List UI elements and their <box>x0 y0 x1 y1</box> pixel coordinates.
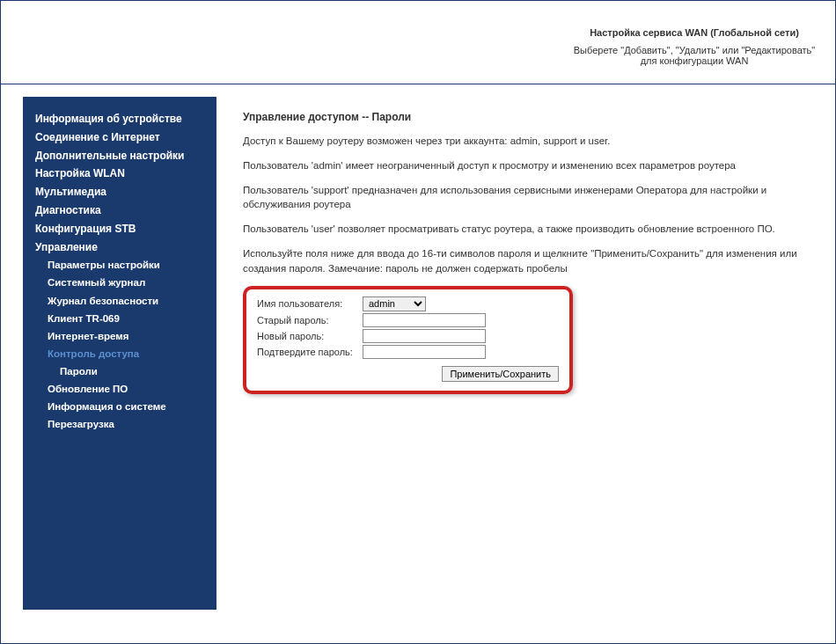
nav-system-info[interactable]: Информация о системе <box>23 398 216 415</box>
password-form: Имя пользователя: admin Старый пароль: Н… <box>243 286 573 394</box>
nav-system-log[interactable]: Системный журнал <box>23 274 216 291</box>
wan-desc: Выберете "Добавить", "Удалить" или "Реда… <box>571 45 818 66</box>
nav-diagnostics[interactable]: Диагностика <box>23 201 216 220</box>
nav-access-control[interactable]: Контроль доступа <box>23 345 216 362</box>
nav-advanced-settings[interactable]: Дополнительные настройки <box>23 147 216 165</box>
apply-save-button[interactable]: Применить/Сохранить <box>442 366 559 382</box>
desc-accounts: Доступ к Вашему роутеру возможен через т… <box>243 134 818 148</box>
username-label: Имя пользователя: <box>257 298 363 309</box>
header-wan-panel: Настройка сервиса WAN (Глобальной сети) … <box>571 27 818 66</box>
nav-wlan-setup[interactable]: Настройка WLAN <box>23 165 216 183</box>
old-password-label: Старый пароль: <box>257 315 363 326</box>
nav-security-log[interactable]: Журнал безопасности <box>23 292 216 310</box>
nav-internet-connection[interactable]: Соединение с Интернет <box>23 128 216 147</box>
wan-title: Настройка сервиса WAN (Глобальной сети) <box>571 27 818 38</box>
desc-user: Пользователь 'user' позволяет просматрив… <box>243 222 818 236</box>
sidebar: Информация об устройстве Соединение с Ин… <box>23 97 216 610</box>
new-password-label: Новый пароль: <box>257 331 363 341</box>
nav-tr069-client[interactable]: Клиент TR-069 <box>23 310 216 327</box>
header: Настройка сервиса WAN (Глобальной сети) … <box>1 1 835 84</box>
username-select[interactable]: admin <box>363 296 426 311</box>
desc-instructions: Используйте поля ниже для ввода до 16-ти… <box>243 246 818 274</box>
nav-settings-params[interactable]: Параметры настройки <box>23 256 216 274</box>
nav-firmware-update[interactable]: Обновление ПО <box>23 380 216 398</box>
nav-reboot[interactable]: Перезагрузка <box>23 415 216 433</box>
nav-internet-time[interactable]: Интернет-время <box>23 327 216 345</box>
old-password-input[interactable] <box>363 313 486 327</box>
main-content: Управление доступом -- Пароли Доступ к В… <box>216 93 835 643</box>
nav-passwords[interactable]: Пароли <box>23 362 216 380</box>
nav-stb-config[interactable]: Конфигурация STB <box>23 220 216 238</box>
desc-admin: Пользователь 'admin' имеет неограниченны… <box>243 158 818 172</box>
confirm-password-input[interactable] <box>363 345 486 359</box>
nav-multimedia[interactable]: Мультимедиа <box>23 183 216 201</box>
desc-support: Пользователь 'support' предназначен для … <box>243 183 818 211</box>
new-password-input[interactable] <box>363 329 486 343</box>
nav-device-info[interactable]: Информация об устройстве <box>23 110 216 128</box>
nav-management[interactable]: Управление <box>23 238 216 257</box>
page-title: Управление доступом -- Пароли <box>243 111 818 123</box>
confirm-password-label: Подтвердите пароль: <box>257 347 363 357</box>
